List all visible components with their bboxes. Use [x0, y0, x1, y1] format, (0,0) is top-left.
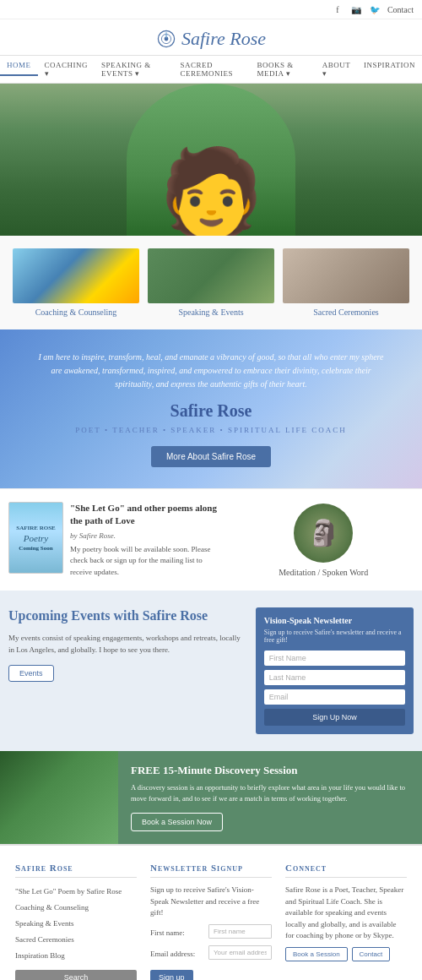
site-header: Safire Rose: [0, 19, 422, 55]
footer-firstname-row: First name:: [150, 924, 272, 942]
card-sacred: Sacred Ceremonies: [279, 248, 414, 317]
footer-col3-description: Safire Rose is a Poet, Teacher, Speaker …: [285, 885, 407, 942]
list-item: Speaking & Events: [15, 917, 137, 929]
newsletter-title: Vision-Speak Newsletter: [264, 616, 405, 625]
footer-email-input[interactable]: [208, 945, 272, 960]
nav-books[interactable]: BOOKS & MEDIA ▾: [250, 56, 315, 83]
footer-col2-description: Sign up to receive Safire's Vision-Speak…: [150, 885, 272, 919]
instagram-icon[interactable]: 📷: [350, 3, 362, 15]
poetry-section: SAFIRE ROSE Poetry Coming Soon "She Let …: [0, 488, 422, 591]
footer-signup-button[interactable]: Sign up: [150, 970, 193, 980]
events-button[interactable]: Events: [8, 665, 54, 682]
contact-link[interactable]: Contact: [387, 5, 414, 14]
events-description: My events consist of speaking engagement…: [8, 632, 246, 656]
logo-text: Safire Rose: [181, 28, 266, 50]
footer-link-poem[interactable]: "She Let Go" Poem by Safire Rose: [15, 887, 122, 896]
site-logo: Safire Rose: [0, 28, 422, 50]
spoken-word-label: Meditation / Spoken Word: [279, 568, 368, 577]
footer-col3-title: Connect: [285, 863, 407, 878]
card-coaching: Coaching & Counseling: [8, 248, 143, 317]
discovery-book-button[interactable]: Book a Session Now: [131, 813, 223, 831]
card-img-sacred: [283, 248, 409, 303]
nav-coaching[interactable]: COACHING ▾: [38, 56, 95, 83]
nav-speaking[interactable]: SPEAKING & EVENTS ▾: [95, 56, 174, 83]
facebook-icon[interactable]: f: [332, 3, 344, 15]
events-right: Vision-Speak Newsletter Sign up to recei…: [256, 607, 414, 734]
newsletter-box: Vision-Speak Newsletter Sign up to recei…: [256, 607, 414, 734]
banner-subtitle: POET • TEACHER • SPEAKER • SPIRITUAL LIF…: [34, 426, 388, 434]
book-session-button[interactable]: Book a Session: [285, 947, 348, 961]
book-cover-label: SAFIRE ROSE: [16, 525, 55, 531]
main-nav: HOME COACHING ▾ SPEAKING & EVENTS ▾ SACR…: [0, 55, 422, 84]
newsletter-last-name[interactable]: [264, 670, 405, 685]
footer-link-sacred[interactable]: Sacred Ceremonies: [15, 935, 74, 944]
banner-quote: I am here to inspire, transform, heal, a…: [34, 351, 388, 391]
footer-firstname-label: First name:: [150, 928, 205, 937]
events-left: Upcoming Events with Safire Rose My even…: [8, 607, 246, 734]
poetry-description: My poetry book will be available soon. P…: [70, 544, 225, 579]
footer-link-blog[interactable]: Inspiration Blog: [15, 951, 65, 960]
footer-firstname-input[interactable]: [208, 924, 272, 939]
blue-banner-section: I am here to inspire, transform, heal, a…: [0, 329, 422, 488]
footer-email-label: Email address:: [150, 950, 205, 958]
footer-col-safire: Safire Rose "She Let Go" Poem by Safire …: [8, 863, 143, 980]
footer-col2-title: Newsletter Signup: [150, 863, 272, 878]
list-item: Coaching & Counseling: [15, 901, 137, 913]
top-bar: f 📷 🐦 Contact: [0, 0, 422, 19]
logo-icon: [156, 29, 176, 49]
poetry-author: by Safire Rose.: [70, 531, 225, 540]
hero-content: 🧑: [0, 84, 422, 236]
book-coming-soon: Coming Soon: [16, 545, 55, 552]
card-img-speaking: [148, 248, 274, 303]
card-img-coaching: [13, 248, 139, 303]
banner-name: Safire Rose: [34, 401, 388, 421]
card-link-speaking[interactable]: Speaking & Events: [148, 308, 274, 317]
newsletter-first-name[interactable]: [264, 651, 405, 666]
spoken-word-emoji: 🗿: [308, 518, 339, 547]
nav-about[interactable]: ABOUT ▾: [316, 56, 357, 83]
discovery-title: FREE 15-Minute Discovery Session: [131, 764, 409, 777]
footer-email-row: Email address:: [150, 945, 272, 963]
list-item: Inspiration Blog: [15, 949, 137, 961]
nav-ceremonies[interactable]: SACRED CEREMONIES: [174, 56, 251, 83]
nav-home[interactable]: HOME: [0, 56, 38, 76]
newsletter-description: Sign up to receive Safire's newsletter a…: [264, 629, 405, 644]
hero-person-silhouette: 🧑: [127, 84, 295, 236]
three-cards-section: Coaching & Counseling Speaking & Events …: [0, 236, 422, 329]
footer-col1-links: "She Let Go" Poem by Safire Rose Coachin…: [15, 885, 137, 961]
discovery-section: FREE 15-Minute Discovery Session A disco…: [0, 751, 422, 844]
card-link-coaching[interactable]: Coaching & Counseling: [13, 308, 139, 317]
events-section: Upcoming Events with Safire Rose My even…: [0, 591, 422, 751]
footer-col1-title: Safire Rose: [15, 863, 137, 878]
spoken-word-image: 🗿: [294, 504, 353, 563]
list-item: Sacred Ceremonies: [15, 933, 137, 945]
contact-button[interactable]: Contact: [352, 947, 391, 961]
list-item: "She Let Go" Poem by Safire Rose: [15, 885, 137, 897]
footer-search-button[interactable]: Search: [15, 970, 137, 980]
events-title: Upcoming Events with Safire Rose: [8, 607, 246, 625]
book-cover-text: SAFIRE ROSE Poetry Coming Soon: [16, 525, 55, 552]
connect-buttons: Book a Session Contact: [285, 947, 407, 961]
newsletter-signup-button[interactable]: Sign Up Now: [264, 709, 405, 726]
card-speaking: Speaking & Events: [143, 248, 279, 317]
nav-inspiration[interactable]: INSPIRATION: [357, 56, 422, 74]
book-cover: SAFIRE ROSE Poetry Coming Soon: [8, 502, 63, 574]
hero-section: 🧑: [0, 84, 422, 236]
book-cover-title: Poetry: [16, 533, 55, 543]
poetry-text: "She Let Go" and other poems along the p…: [70, 502, 225, 578]
footer-col-connect: Connect Safire Rose is a Poet, Teacher, …: [279, 863, 414, 980]
card-link-sacred[interactable]: Sacred Ceremonies: [283, 308, 409, 317]
twitter-icon[interactable]: 🐦: [369, 3, 381, 15]
footer-link-speaking[interactable]: Speaking & Events: [15, 919, 74, 928]
discovery-content: FREE 15-Minute Discovery Session A disco…: [118, 751, 422, 844]
footer-col-newsletter: Newsletter Signup Sign up to receive Saf…: [143, 863, 279, 980]
poetry-title: "She Let Go" and other poems along the p…: [70, 502, 225, 528]
discovery-description: A discovery session is an opportunity to…: [131, 782, 409, 804]
poetry-right: 🗿 Meditation / Spoken Word: [233, 502, 414, 578]
poetry-left: SAFIRE ROSE Poetry Coming Soon "She Let …: [8, 502, 225, 578]
footer-top: Safire Rose "She Let Go" Poem by Safire …: [0, 844, 422, 980]
newsletter-email[interactable]: [264, 689, 405, 705]
footer-link-coaching[interactable]: Coaching & Counseling: [15, 903, 89, 912]
hero-person-emoji: 🧑: [159, 151, 264, 236]
more-about-button[interactable]: More About Safire Rose: [151, 446, 271, 467]
